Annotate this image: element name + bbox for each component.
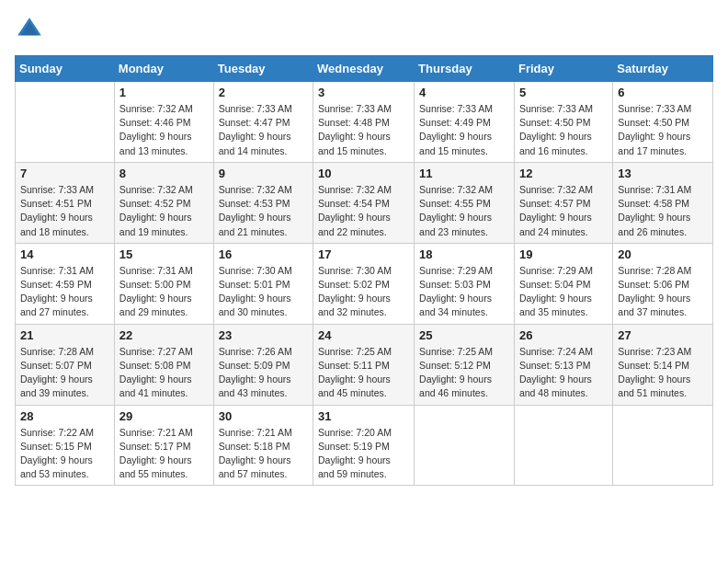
day-number: 16 xyxy=(219,247,308,261)
day-number: 12 xyxy=(519,167,608,180)
day-info: Sunrise: 7:32 AMSunset: 4:52 PMDaylight:… xyxy=(119,183,209,239)
calendar-cell: 25Sunrise: 7:25 AMSunset: 5:12 PMDayligh… xyxy=(415,324,515,405)
calendar-table: SundayMondayTuesdayWednesdayThursdayFrid… xyxy=(15,55,713,486)
calendar-cell xyxy=(514,405,612,486)
weekday-header: Saturday xyxy=(613,56,713,82)
day-number: 24 xyxy=(318,328,409,342)
day-info: Sunrise: 7:25 AMSunset: 5:11 PMDaylight:… xyxy=(318,345,409,401)
day-info: Sunrise: 7:21 AMSunset: 5:17 PMDaylight:… xyxy=(119,426,209,482)
calendar-cell: 9Sunrise: 7:32 AMSunset: 4:53 PMDaylight… xyxy=(213,162,313,243)
calendar-cell: 8Sunrise: 7:32 AMSunset: 4:52 PMDaylight… xyxy=(114,162,213,243)
day-info: Sunrise: 7:33 AMSunset: 4:48 PMDaylight:… xyxy=(318,102,409,158)
calendar-cell: 15Sunrise: 7:31 AMSunset: 5:00 PMDayligh… xyxy=(114,243,213,324)
day-number: 9 xyxy=(219,167,308,180)
day-info: Sunrise: 7:33 AMSunset: 4:50 PMDaylight:… xyxy=(618,102,708,158)
page-header xyxy=(15,15,713,44)
day-number: 1 xyxy=(119,86,209,99)
calendar-cell: 2Sunrise: 7:33 AMSunset: 4:47 PMDaylight… xyxy=(213,82,313,163)
calendar-cell: 3Sunrise: 7:33 AMSunset: 4:48 PMDaylight… xyxy=(313,82,415,163)
day-info: Sunrise: 7:32 AMSunset: 4:53 PMDaylight:… xyxy=(219,183,308,239)
calendar-cell: 19Sunrise: 7:29 AMSunset: 5:04 PMDayligh… xyxy=(514,243,612,324)
day-info: Sunrise: 7:32 AMSunset: 4:55 PMDaylight:… xyxy=(419,183,509,239)
weekday-header: Friday xyxy=(514,56,612,82)
day-number: 13 xyxy=(618,167,708,180)
calendar-cell: 18Sunrise: 7:29 AMSunset: 5:03 PMDayligh… xyxy=(415,243,515,324)
calendar-cell: 14Sunrise: 7:31 AMSunset: 4:59 PMDayligh… xyxy=(16,243,115,324)
calendar-cell: 6Sunrise: 7:33 AMSunset: 4:50 PMDaylight… xyxy=(613,82,713,163)
day-info: Sunrise: 7:29 AMSunset: 5:04 PMDaylight:… xyxy=(519,264,608,320)
day-info: Sunrise: 7:33 AMSunset: 4:51 PMDaylight:… xyxy=(20,183,109,239)
day-number: 5 xyxy=(519,86,608,99)
calendar-cell: 30Sunrise: 7:21 AMSunset: 5:18 PMDayligh… xyxy=(213,405,313,486)
day-info: Sunrise: 7:33 AMSunset: 4:47 PMDaylight:… xyxy=(219,102,308,158)
calendar-cell: 28Sunrise: 7:22 AMSunset: 5:15 PMDayligh… xyxy=(16,405,115,486)
calendar-cell: 10Sunrise: 7:32 AMSunset: 4:54 PMDayligh… xyxy=(313,162,415,243)
day-info: Sunrise: 7:22 AMSunset: 5:15 PMDaylight:… xyxy=(20,426,109,482)
calendar-cell: 24Sunrise: 7:25 AMSunset: 5:11 PMDayligh… xyxy=(313,324,415,405)
day-info: Sunrise: 7:30 AMSunset: 5:01 PMDaylight:… xyxy=(219,264,308,320)
calendar-cell: 20Sunrise: 7:28 AMSunset: 5:06 PMDayligh… xyxy=(613,243,713,324)
day-number: 30 xyxy=(219,409,308,423)
calendar-cell xyxy=(16,82,115,163)
day-info: Sunrise: 7:21 AMSunset: 5:18 PMDaylight:… xyxy=(219,426,308,482)
day-info: Sunrise: 7:32 AMSunset: 4:57 PMDaylight:… xyxy=(519,183,608,239)
day-number: 11 xyxy=(419,167,509,180)
day-number: 23 xyxy=(219,328,308,342)
day-number: 4 xyxy=(419,86,509,99)
day-info: Sunrise: 7:33 AMSunset: 4:49 PMDaylight:… xyxy=(419,102,509,158)
day-info: Sunrise: 7:32 AMSunset: 4:54 PMDaylight:… xyxy=(318,183,409,239)
day-info: Sunrise: 7:23 AMSunset: 5:14 PMDaylight:… xyxy=(618,345,708,401)
logo xyxy=(15,15,48,44)
logo-icon xyxy=(15,15,44,44)
day-number: 31 xyxy=(318,409,409,423)
calendar-cell: 22Sunrise: 7:27 AMSunset: 5:08 PMDayligh… xyxy=(114,324,213,405)
calendar-cell xyxy=(415,405,515,486)
day-number: 26 xyxy=(519,328,608,342)
day-number: 14 xyxy=(20,247,109,261)
day-number: 27 xyxy=(618,328,708,342)
calendar-cell: 12Sunrise: 7:32 AMSunset: 4:57 PMDayligh… xyxy=(514,162,612,243)
calendar-cell: 17Sunrise: 7:30 AMSunset: 5:02 PMDayligh… xyxy=(313,243,415,324)
calendar-cell: 16Sunrise: 7:30 AMSunset: 5:01 PMDayligh… xyxy=(213,243,313,324)
calendar-cell: 5Sunrise: 7:33 AMSunset: 4:50 PMDaylight… xyxy=(514,82,612,163)
day-number: 10 xyxy=(318,167,409,180)
day-number: 20 xyxy=(618,247,708,261)
day-number: 29 xyxy=(119,409,209,423)
day-number: 18 xyxy=(419,247,509,261)
calendar-cell: 7Sunrise: 7:33 AMSunset: 4:51 PMDaylight… xyxy=(16,162,115,243)
calendar-cell: 29Sunrise: 7:21 AMSunset: 5:17 PMDayligh… xyxy=(114,405,213,486)
day-info: Sunrise: 7:32 AMSunset: 4:46 PMDaylight:… xyxy=(119,102,209,158)
day-info: Sunrise: 7:26 AMSunset: 5:09 PMDaylight:… xyxy=(219,345,308,401)
day-number: 2 xyxy=(219,86,308,99)
calendar-cell: 27Sunrise: 7:23 AMSunset: 5:14 PMDayligh… xyxy=(613,324,713,405)
day-info: Sunrise: 7:25 AMSunset: 5:12 PMDaylight:… xyxy=(419,345,509,401)
day-number: 6 xyxy=(618,86,708,99)
weekday-header: Thursday xyxy=(415,56,515,82)
calendar-cell: 11Sunrise: 7:32 AMSunset: 4:55 PMDayligh… xyxy=(415,162,515,243)
day-number: 19 xyxy=(519,247,608,261)
day-info: Sunrise: 7:31 AMSunset: 4:59 PMDaylight:… xyxy=(20,264,109,320)
day-info: Sunrise: 7:30 AMSunset: 5:02 PMDaylight:… xyxy=(318,264,409,320)
day-number: 25 xyxy=(419,328,509,342)
day-info: Sunrise: 7:24 AMSunset: 5:13 PMDaylight:… xyxy=(519,345,608,401)
weekday-header: Tuesday xyxy=(213,56,313,82)
day-number: 22 xyxy=(119,328,209,342)
day-number: 8 xyxy=(119,167,209,180)
day-info: Sunrise: 7:31 AMSunset: 4:58 PMDaylight:… xyxy=(618,183,708,239)
day-number: 3 xyxy=(318,86,409,99)
weekday-header: Sunday xyxy=(16,56,115,82)
calendar-cell: 23Sunrise: 7:26 AMSunset: 5:09 PMDayligh… xyxy=(213,324,313,405)
weekday-header: Wednesday xyxy=(313,56,415,82)
day-number: 17 xyxy=(318,247,409,261)
calendar-cell: 31Sunrise: 7:20 AMSunset: 5:19 PMDayligh… xyxy=(313,405,415,486)
day-info: Sunrise: 7:27 AMSunset: 5:08 PMDaylight:… xyxy=(119,345,209,401)
day-info: Sunrise: 7:29 AMSunset: 5:03 PMDaylight:… xyxy=(419,264,509,320)
day-number: 15 xyxy=(119,247,209,261)
day-info: Sunrise: 7:20 AMSunset: 5:19 PMDaylight:… xyxy=(318,426,409,482)
day-info: Sunrise: 7:33 AMSunset: 4:50 PMDaylight:… xyxy=(519,102,608,158)
calendar-cell xyxy=(613,405,713,486)
day-number: 28 xyxy=(20,409,109,423)
day-info: Sunrise: 7:28 AMSunset: 5:06 PMDaylight:… xyxy=(618,264,708,320)
calendar-cell: 26Sunrise: 7:24 AMSunset: 5:13 PMDayligh… xyxy=(514,324,612,405)
day-info: Sunrise: 7:31 AMSunset: 5:00 PMDaylight:… xyxy=(119,264,209,320)
